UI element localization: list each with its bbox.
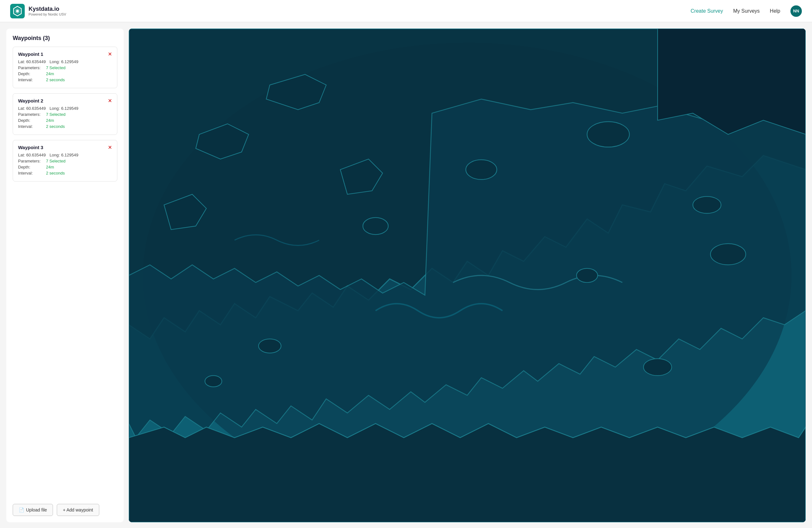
waypoint-2-params: Parameters: 7 Selected [18, 112, 112, 117]
waypoint-3-title: Waypoint 3 [18, 145, 43, 150]
logo-title: Kystdata.io [29, 6, 66, 12]
waypoint-1-close-icon[interactable]: ✕ [108, 52, 112, 57]
params-label-1: Parameters: [18, 66, 43, 70]
waypoint-3-interval: Interval: 2 seconds [18, 171, 112, 175]
depth-label-1: Depth: [18, 71, 43, 76]
lat-val-1: 60.635449 [26, 59, 46, 64]
svg-point-14 [693, 196, 721, 213]
svg-point-7 [466, 160, 497, 179]
depth-label-2: Depth: [18, 118, 43, 123]
upload-label: Upload file [26, 508, 47, 512]
params-val-1: 7 Selected [46, 66, 66, 70]
interval-label-1: Interval: [18, 77, 43, 82]
interval-val-2: 2 seconds [46, 124, 65, 129]
depth-val-2: 24m [46, 118, 54, 123]
map-area[interactable] [129, 29, 806, 522]
depth-label-3: Depth: [18, 165, 43, 169]
waypoint-1-params: Parameters: 7 Selected [18, 66, 112, 70]
params-label-3: Parameters: [18, 159, 43, 163]
depth-val-3: 24m [46, 165, 54, 169]
sidebar-actions: 📄 Upload file + Add waypoint [13, 504, 117, 516]
long-val-1: 6.129549 [61, 59, 78, 64]
lat-label-3: Lat: [18, 153, 25, 157]
logo-area: Kystdata.io Powered by Nordic USV [10, 4, 691, 18]
add-waypoint-button[interactable]: + Add waypoint [57, 504, 99, 516]
waypoint-2-depth: Depth: 24m [18, 118, 112, 123]
long-label-1: Long: [49, 59, 60, 64]
svg-point-11 [259, 339, 281, 353]
waypoint-3-close-icon[interactable]: ✕ [108, 145, 112, 150]
main-content: Waypoints (3) Waypoint 1 ✕ Lat: 60.63544… [0, 22, 812, 528]
lat-label-2: Lat: [18, 106, 25, 111]
waypoint-2-close-icon[interactable]: ✕ [108, 98, 112, 103]
interval-val-3: 2 seconds [46, 171, 65, 175]
long-label-3: Long: [49, 153, 60, 157]
logo-text: Kystdata.io Powered by Nordic USV [29, 6, 66, 16]
logo-icon [10, 4, 25, 18]
params-val-3: 7 Selected [46, 159, 66, 163]
waypoint-card-1: Waypoint 1 ✕ Lat: 60.635449 Long: 6.1295… [13, 47, 117, 88]
nav-create-survey[interactable]: Create Survey [691, 8, 723, 14]
nav-help[interactable]: Help [770, 8, 780, 14]
depth-val-1: 24m [46, 71, 54, 76]
lat-val-3: 60.635449 [26, 153, 46, 157]
waypoints-title: Waypoints (3) [13, 35, 117, 42]
sidebar: Waypoints (3) Waypoint 1 ✕ Lat: 60.63544… [6, 29, 124, 522]
waypoint-3-params: Parameters: 7 Selected [18, 159, 112, 163]
waypoint-1-depth: Depth: 24m [18, 71, 112, 76]
header-nav: Create Survey My Surveys Help NN [691, 5, 802, 17]
logo-subtitle: Powered by Nordic USV [29, 12, 66, 16]
long-val-3: 6.129549 [61, 153, 78, 157]
params-val-2: 7 Selected [46, 112, 66, 117]
svg-point-10 [710, 244, 746, 265]
add-label: + Add waypoint [63, 508, 93, 512]
svg-point-9 [643, 359, 672, 375]
waypoint-1-title: Waypoint 1 [18, 52, 43, 57]
waypoint-2-interval: Interval: 2 seconds [18, 124, 112, 129]
waypoint-1-coords: Lat: 60.635449 Long: 6.129549 [18, 59, 112, 64]
nav-my-surveys[interactable]: My Surveys [733, 8, 760, 14]
svg-point-13 [587, 122, 629, 147]
long-val-2: 6.129549 [61, 106, 78, 111]
long-label-2: Long: [49, 106, 60, 111]
waypoint-card-3: Waypoint 3 ✕ Lat: 60.635449 Long: 6.1295… [13, 140, 117, 182]
lat-val-2: 60.635449 [26, 106, 46, 111]
svg-point-8 [577, 269, 598, 282]
svg-point-6 [363, 218, 388, 234]
avatar[interactable]: NN [791, 5, 802, 17]
svg-point-3 [16, 10, 19, 12]
map-svg [129, 29, 806, 522]
waypoint-2-coords: Lat: 60.635449 Long: 6.129549 [18, 106, 112, 111]
waypoint-card-2: Waypoint 2 ✕ Lat: 60.635449 Long: 6.1295… [13, 93, 117, 135]
upload-file-button[interactable]: 📄 Upload file [13, 504, 53, 516]
upload-icon: 📄 [19, 508, 24, 512]
interval-label-2: Interval: [18, 124, 43, 129]
params-label-2: Parameters: [18, 112, 43, 117]
waypoint-3-coords: Lat: 60.635449 Long: 6.129549 [18, 153, 112, 157]
interval-label-3: Interval: [18, 171, 43, 175]
lat-label-1: Lat: [18, 59, 25, 64]
waypoint-1-interval: Interval: 2 seconds [18, 77, 112, 82]
svg-point-12 [205, 376, 222, 387]
waypoint-2-title: Waypoint 2 [18, 98, 43, 103]
interval-val-1: 2 seconds [46, 77, 65, 82]
waypoint-3-depth: Depth: 24m [18, 165, 112, 169]
header: Kystdata.io Powered by Nordic USV Create… [0, 0, 812, 22]
